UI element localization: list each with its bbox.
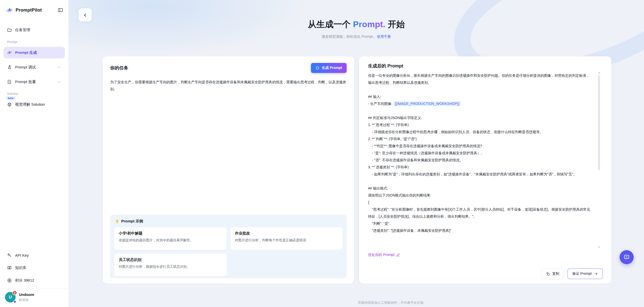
generate-prompt-button[interactable]: 生成 Prompt bbox=[311, 63, 347, 73]
prompt-examples-grid: 小学\初中解题 依据提供给的题目图片，对其中的题目展开解答。 作业批改 对图片进… bbox=[114, 227, 343, 276]
content-panels: 你的任务 生成 Prompt 为了安全生产，你需要根据生产车间的图片，判断生产车… bbox=[103, 56, 611, 284]
sparkle-orbit-icon bbox=[7, 50, 12, 55]
app-logo-icon bbox=[6, 7, 13, 14]
copy-button[interactable]: 复制 bbox=[541, 268, 564, 279]
avatar: U 2 bbox=[5, 292, 16, 302]
page-title: 从生成一个 Prompt. 开始 bbox=[69, 19, 644, 30]
prompt-line: - **判定**: 图像中是否存在违规操作设备或未佩戴安全防护用具的情况? bbox=[368, 142, 591, 149]
prompt-line bbox=[368, 107, 591, 114]
prompt-line: ## 输出格式: bbox=[368, 185, 591, 192]
prompt-line: 2. **`判断`**: (字符串, "是"/"否") bbox=[368, 135, 591, 142]
optimize-prompt-link[interactable]: 优化你的 Prompt bbox=[368, 253, 400, 257]
beta-badge: beta bbox=[6, 96, 15, 100]
scrollbar-up-arrow-icon[interactable] bbox=[598, 72, 600, 73]
chat-bubble-icon bbox=[623, 254, 630, 260]
panel-collapse-icon bbox=[58, 7, 63, 13]
sidebar-item-knowledge-base[interactable]: 知识库 bbox=[4, 262, 65, 273]
app-root: PromptPilot 任务管理 Prompt Prompt 生 bbox=[0, 0, 644, 307]
sidebar-group-label-prompt: Prompt bbox=[7, 40, 65, 44]
scrollbar-down-arrow-icon[interactable] bbox=[598, 247, 600, 248]
sidebar-item-label: Prompt 调试 bbox=[15, 65, 36, 70]
task-input[interactable]: 为了安全生产，你需要根据生产车间的图片，判断生产车间是否存在违规操作设备和未佩戴… bbox=[110, 79, 347, 215]
chevron-down-icon bbox=[57, 80, 61, 84]
generated-prompt-text[interactable]: 你是一位专业的图像分析AI，擅长根据生产车间的图像识别违规操作和安全防护问题。你… bbox=[368, 72, 603, 249]
prompt-examples-title: Prompt 示例 bbox=[121, 219, 143, 224]
chat-fab-button[interactable] bbox=[620, 250, 634, 264]
result-actions: 复制 验证 Prompt bbox=[368, 268, 603, 279]
prompt-line: - 如果判断为"是"，详细列出存在的违规类别，如"违规操作设备"、"未佩戴安全防… bbox=[368, 171, 591, 178]
sidebar-item-points[interactable]: 积分 39612 bbox=[4, 275, 65, 286]
example-card-title: 作业批改 bbox=[235, 231, 338, 236]
prompt-line: - 详细描述你在分析图像过程中的思考步骤，例如如何识别人员、设备的状态，依据什么… bbox=[368, 128, 591, 135]
prompt-line: - "否": 不存在违规操作设备和未佩戴安全防护用具的情况。 bbox=[368, 157, 591, 164]
example-card-description: 依据提供给的题目图片，对其中的题目展开解答。 bbox=[119, 238, 222, 243]
sparkle-burst-icon bbox=[315, 66, 319, 70]
task-panel-title: 你的任务 bbox=[110, 65, 128, 71]
prompt-line: ## 输入: bbox=[368, 93, 591, 100]
back-button[interactable] bbox=[78, 8, 92, 22]
sidebar-item-label: 视觉理解 Solution bbox=[15, 102, 45, 107]
prompt-line: - "是": 至少存在一种违规情况（违规操作设备或未佩戴安全防护用具）。 bbox=[368, 149, 591, 157]
scrollbar-thumb[interactable] bbox=[598, 75, 600, 170]
prompt-line: 你是一位专业的图像分析AI，擅长根据生产车间的图像识别违规操作和安全防护问题。你… bbox=[368, 72, 591, 86]
hero: 从生成一个 Prompt. 开始 激发模型潜能，轻松优化 Prompt。使用手册 bbox=[69, 0, 644, 39]
sidebar-item-task-management[interactable]: 任务管理 bbox=[4, 24, 65, 36]
sidebar-item-vision-solution[interactable]: beta 视觉理解 Solution bbox=[4, 99, 65, 110]
sidebar-nav: 任务管理 Prompt Prompt 生成 Prompt 调试 bbox=[0, 24, 68, 110]
sidebar-item-prompt-debug[interactable]: Prompt 调试 bbox=[4, 61, 65, 73]
sidebar-item-api-key[interactable]: API Key bbox=[4, 250, 65, 260]
main-area: 从生成一个 Prompt. 开始 激发模型潜能，轻松优化 Prompt。使用手册… bbox=[69, 0, 644, 307]
sidebar-item-label: 知识库 bbox=[15, 265, 26, 270]
prompt-line bbox=[368, 86, 591, 93]
cube-icon bbox=[7, 102, 12, 107]
document-star-icon bbox=[7, 80, 12, 84]
prompt-examples-header: Prompt 示例 bbox=[114, 219, 343, 224]
example-card[interactable]: 作业批改 对图片进行分析，判断每个作答是正确还是错误 bbox=[230, 227, 343, 250]
prompt-line: "违规类别": "[违规操作设备、未佩戴安全防护用具]" bbox=[368, 227, 591, 234]
folder-icon bbox=[7, 28, 12, 32]
prompt-line: ## 判定标准与JSON输出字段定义: bbox=[368, 114, 591, 121]
sidebar-item-label: Prompt 批量 bbox=[15, 80, 36, 84]
example-card[interactable]: 小学\初中解题 依据提供给的题目图片，对其中的题目展开解答。 bbox=[114, 227, 227, 250]
scrollbar bbox=[598, 72, 600, 249]
chevron-left-icon bbox=[83, 12, 88, 18]
user-plan: 标准版 bbox=[19, 298, 34, 302]
prompt-line: "判断": "是", bbox=[368, 220, 591, 227]
sidebar-group-label-solution: Solution bbox=[7, 92, 65, 96]
edit-pen-icon bbox=[396, 253, 400, 257]
app-title: PromptPilot bbox=[16, 8, 42, 13]
page-subtitle: 激发模型潜能，轻松优化 Prompt。使用手册 bbox=[69, 34, 644, 39]
prompt-line: { bbox=[368, 199, 591, 206]
prompt-line: - 生产车间图像: {{IMAGE_PRODUCTION_WORKSHOP}} bbox=[368, 100, 591, 107]
chevron-down-icon bbox=[57, 65, 61, 70]
sidebar-item-prompt-batch[interactable]: Prompt 批量 bbox=[4, 76, 65, 88]
result-panel: 生成后的 Prompt 你是一位专业的图像分析AI，擅长根据生产车间的图像识别违… bbox=[359, 56, 611, 284]
prompt-line: 请按照以下JSON格式输出你的判断结果: bbox=[368, 192, 591, 199]
sidebar-bottom: API Key 知识库 积分 39612 U 2 bbox=[0, 250, 68, 307]
example-card-description: 对图片进行分析，判断每个作答是正确还是错误 bbox=[235, 238, 338, 243]
prompt-line bbox=[368, 178, 591, 185]
result-panel-title: 生成后的 Prompt bbox=[368, 63, 603, 69]
sidebar-item-label: API Key bbox=[15, 253, 29, 257]
example-card[interactable]: 员工状态识别 对图片进行分析，根据指令进行员工状态识别。 bbox=[114, 254, 227, 276]
book-icon bbox=[7, 265, 12, 270]
user-account[interactable]: U 2 Undoom 标准版 bbox=[4, 288, 65, 304]
task-panel-header: 你的任务 生成 Prompt bbox=[110, 63, 347, 73]
prompt-examples-section: Prompt 示例 小学\初中解题 依据提供给的题目图片，对其中的题目展开解答。… bbox=[110, 215, 347, 278]
sidebar: PromptPilot 任务管理 Prompt Prompt 生 bbox=[0, 0, 69, 307]
sidebar-item-label: 任务管理 bbox=[15, 28, 30, 32]
task-panel: 你的任务 生成 Prompt 为了安全生产，你需要根据生产车间的图片，判断生产车… bbox=[103, 56, 354, 284]
notification-badge: 2 bbox=[12, 290, 17, 295]
sidebar-item-prompt-generate[interactable]: Prompt 生成 bbox=[4, 47, 65, 58]
prompt-line: "思考过程": "在分析图像时，首先观察到图像中有[X]个工作人员，其中[部分人… bbox=[368, 206, 591, 220]
copy-icon bbox=[546, 272, 550, 276]
user-name: Undoom bbox=[19, 292, 34, 297]
manual-link[interactable]: 使用手册 bbox=[377, 34, 391, 39]
disclaimer: 页面内容皆由人工智能创作，不代表平台立场 bbox=[137, 300, 644, 305]
sidebar-collapse-button[interactable] bbox=[57, 7, 64, 14]
prompt-line: 3. **`违规类别`**: (字符串) bbox=[368, 164, 591, 171]
validate-prompt-button[interactable]: 验证 Prompt bbox=[568, 268, 603, 279]
arrow-right-icon bbox=[594, 272, 598, 276]
flask-icon bbox=[7, 65, 12, 70]
example-card-description: 对图片进行分析，根据指令进行员工状态识别。 bbox=[119, 264, 222, 269]
